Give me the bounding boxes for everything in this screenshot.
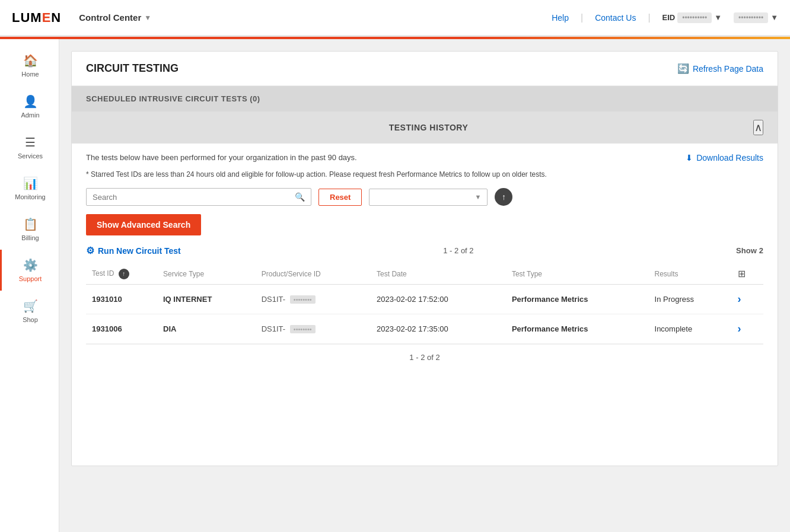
show-label: Show — [736, 246, 757, 255]
scheduled-section-header: SCHEDULED INTRUSIVE CIRCUIT TESTS (0) — [72, 86, 778, 112]
control-center-menu[interactable]: Control Center ▼ — [79, 12, 151, 23]
account-value: •••••••••• — [734, 12, 768, 23]
note-text: * Starred Test IDs are less than 24 hour… — [86, 170, 763, 179]
services-icon: ☰ — [25, 135, 36, 149]
row-detail-button[interactable]: › — [738, 293, 741, 305]
info-text: The tests below have been performed for … — [86, 153, 357, 162]
col-test-date: Test Date — [371, 263, 506, 285]
sidebar-item-monitoring[interactable]: 📊 Monitoring — [0, 168, 59, 209]
pagination-text: 1 - 2 of 2 — [443, 246, 473, 255]
monitoring-icon: 📊 — [23, 176, 38, 190]
logo: LUMEN — [12, 10, 61, 26]
col-test-id: Test ID ↑ — [86, 263, 157, 285]
row-detail-button[interactable]: › — [738, 323, 741, 335]
test-type-value: Performance Metrics — [512, 324, 588, 333]
product-id-masked: •••••••• — [290, 295, 316, 304]
page-title: CIRCUIT TESTING — [86, 62, 179, 75]
result-value: In Progress — [655, 295, 694, 304]
test-date-value: 2023-02-02 17:52:00 — [371, 285, 506, 314]
result-value: Incomplete — [655, 324, 693, 333]
sidebar: 🏠 Home 👤 Admin ☰ Services 📊 Monitoring 📋… — [0, 39, 59, 532]
advanced-search-button[interactable]: Show Advanced Search — [86, 214, 201, 235]
upload-icon: ↑ — [502, 192, 506, 202]
scheduled-label: SCHEDULED INTRUSIVE CIRCUIT TESTS (0) — [86, 94, 260, 103]
refresh-label: Refresh Page Data — [693, 64, 763, 74]
grid-icon[interactable]: ⊞ — [738, 269, 746, 279]
sidebar-item-support[interactable]: ⚙️ Support — [0, 250, 59, 291]
account-selector[interactable]: •••••••••• ▼ — [734, 12, 778, 23]
testing-history-collapse-button[interactable]: ∧ — [753, 120, 763, 135]
show-count-value: 2 — [759, 246, 763, 255]
col-product-id: Product/Service ID — [256, 263, 371, 285]
page-card: CIRCUIT TESTING 🔄 Refresh Page Data SCHE… — [71, 51, 778, 466]
sidebar-item-services[interactable]: ☰ Services — [0, 127, 59, 168]
product-id-masked: •••••••• — [290, 325, 316, 333]
show-count: Show 2 — [736, 246, 763, 255]
main-content: CIRCUIT TESTING 🔄 Refresh Page Data SCHE… — [59, 39, 790, 532]
search-icon: 🔍 — [295, 192, 305, 202]
testing-history-title: TESTING HISTORY — [104, 123, 753, 132]
product-id-value: DS1IT- — [262, 295, 285, 304]
sidebar-label-admin: Admin — [21, 112, 39, 119]
table-row: 1931006 DIA DS1IT- •••••••• 2023-02-02 1… — [86, 314, 763, 344]
download-results-button[interactable]: ⬇ Download Results — [686, 153, 763, 163]
sidebar-item-home[interactable]: 🏠 Home — [0, 45, 59, 86]
top-navigation: LUMEN Control Center ▼ Help | Contact Us… — [0, 0, 790, 37]
test-id-value: 1931010 — [92, 295, 122, 304]
col-results: Results — [649, 263, 732, 285]
search-row: 🔍 Reset ▼ ↑ — [86, 188, 763, 206]
refresh-button[interactable]: 🔄 Refresh Page Data — [677, 63, 763, 74]
table-row: 1931010 IQ INTERNET DS1IT- •••••••• 2023… — [86, 285, 763, 314]
download-label: Download Results — [696, 153, 763, 163]
sidebar-label-support: Support — [19, 275, 42, 282]
bottom-pagination: 1 - 2 of 2 — [86, 344, 763, 370]
run-new-circuit-test-button[interactable]: ⚙ Run New Circuit Test — [86, 245, 181, 256]
testing-history-header: TESTING HISTORY ∧ — [72, 112, 778, 144]
col-service-type: Service Type — [157, 263, 256, 285]
eid-label: EID — [662, 13, 676, 22]
sort-test-id-icon[interactable]: ↑ — [119, 269, 129, 279]
download-icon: ⬇ — [686, 153, 693, 163]
test-type-value: Performance Metrics — [512, 295, 588, 304]
sidebar-label-home: Home — [21, 71, 39, 78]
filter-select: ▼ — [369, 189, 488, 206]
home-icon: 🏠 — [23, 53, 38, 68]
help-link[interactable]: Help — [552, 13, 569, 23]
service-type-value: IQ INTERNET — [163, 295, 212, 304]
control-center-chevron-icon: ▼ — [144, 14, 151, 22]
sidebar-label-services: Services — [18, 152, 43, 160]
nav-right: Help | Contact Us | EID •••••••••• ▼ •••… — [552, 12, 778, 23]
billing-icon: 📋 — [23, 217, 38, 231]
sidebar-item-shop[interactable]: 🛒 Shop — [0, 291, 59, 332]
refresh-icon: 🔄 — [677, 63, 689, 74]
gear-icon: ⚙ — [86, 245, 94, 256]
product-id-value: DS1IT- — [262, 324, 285, 333]
admin-icon: 👤 — [23, 94, 38, 109]
reset-button[interactable]: Reset — [318, 189, 362, 206]
table-actions-row: ⚙ Run New Circuit Test 1 - 2 of 2 Show 2 — [86, 245, 763, 256]
sidebar-item-admin[interactable]: 👤 Admin — [0, 86, 59, 127]
search-box: 🔍 — [86, 188, 311, 206]
support-icon: ⚙️ — [23, 258, 38, 272]
eid-selector[interactable]: EID •••••••••• ▼ — [662, 12, 722, 23]
col-test-id-label: Test ID — [92, 269, 114, 278]
run-test-label: Run New Circuit Test — [98, 246, 181, 256]
sidebar-item-billing[interactable]: 📋 Billing — [0, 209, 59, 250]
results-table: Test ID ↑ Service Type Product/Service I… — [86, 263, 763, 344]
shop-icon: 🛒 — [23, 299, 38, 313]
testing-history-body: The tests below have been performed for … — [72, 144, 778, 380]
col-test-type: Test Type — [506, 263, 649, 285]
eid-value: •••••••••• — [677, 12, 712, 23]
upload-button[interactable]: ↑ — [495, 188, 512, 206]
sidebar-label-monitoring: Monitoring — [15, 193, 45, 200]
contact-link[interactable]: Contact Us — [595, 13, 636, 23]
test-date-value: 2023-02-02 17:35:00 — [371, 314, 506, 344]
sidebar-label-shop: Shop — [23, 316, 38, 323]
col-actions: ⊞ — [732, 263, 763, 285]
filter-dropdown[interactable] — [375, 193, 471, 202]
search-input[interactable] — [93, 193, 291, 202]
account-chevron-icon: ▼ — [770, 13, 778, 22]
eid-chevron-icon: ▼ — [714, 13, 722, 22]
page-header: CIRCUIT TESTING 🔄 Refresh Page Data — [72, 52, 778, 86]
app-body: 🏠 Home 👤 Admin ☰ Services 📊 Monitoring 📋… — [0, 39, 790, 532]
